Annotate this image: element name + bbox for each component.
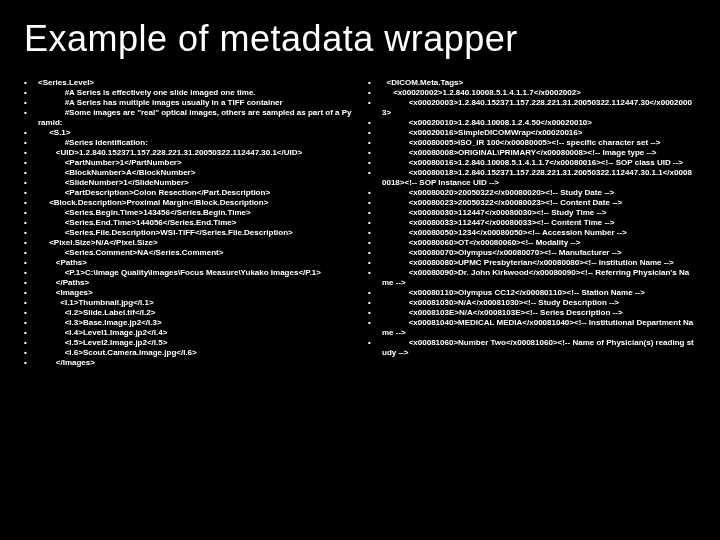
left-line: <I.4>Level1.Image.jp2</I.4> bbox=[38, 328, 352, 338]
left-row: • <Series.Begin.Time>143456</Series.Begi… bbox=[24, 208, 352, 218]
bullet-icon: • bbox=[24, 168, 38, 178]
bullet-icon: • bbox=[368, 148, 382, 158]
bullet-icon: • bbox=[368, 138, 382, 148]
bullet-icon: • bbox=[24, 128, 38, 138]
left-line: <BlockNumber>A</BlockNumber> bbox=[38, 168, 352, 178]
bullet-icon: • bbox=[24, 228, 38, 238]
bullet-icon: • bbox=[368, 158, 382, 168]
right-line: <x00080016>1.2.840.10008.5.1.4.1.1.7</x0… bbox=[382, 158, 696, 168]
bullet-icon: • bbox=[368, 258, 382, 268]
bullet-icon: • bbox=[368, 248, 382, 258]
bullet-icon: • bbox=[24, 198, 38, 208]
bullet-icon: • bbox=[368, 118, 382, 128]
right-row: • <x00080050>1234</x00080050><!-- Access… bbox=[368, 228, 696, 238]
left-row: • <PartDescription>Colon Resection</Part… bbox=[24, 188, 352, 198]
bullet-icon: • bbox=[24, 188, 38, 198]
right-line: <x00080050>1234</x00080050><!-- Accessio… bbox=[382, 228, 696, 238]
left-row: • <Block.Description>Proximal Margin</Bl… bbox=[24, 198, 352, 208]
left-row: • <I.4>Level1.Image.jp2</I.4> bbox=[24, 328, 352, 338]
right-row: • <x00081060>Number Two</x00081060><!-- … bbox=[368, 338, 696, 358]
left-row: • <Series.File.Description>WSI-TIFF</Ser… bbox=[24, 228, 352, 238]
left-line: #A Series is effectively one slide image… bbox=[38, 88, 352, 98]
bullet-icon: • bbox=[24, 138, 38, 148]
bullet-icon: • bbox=[24, 88, 38, 98]
bullet-icon: • bbox=[24, 248, 38, 258]
left-row: • <Paths> bbox=[24, 258, 352, 268]
right-row: • <x00081030>N/A</x00081030><!-- Study D… bbox=[368, 298, 696, 308]
right-row: • <x00080030>112447</x00080030><!-- Stud… bbox=[368, 208, 696, 218]
bullet-icon: • bbox=[24, 108, 38, 118]
right-row: • <x00080016>1.2.840.10008.5.1.4.1.1.7</… bbox=[368, 158, 696, 168]
bullet-icon: • bbox=[24, 308, 38, 318]
right-line: <x00020016>SimpleDICOMWrap</x00020016> bbox=[382, 128, 696, 138]
right-column: • <DICOM.Meta.Tags>• <x00020002>1.2.840.… bbox=[368, 78, 696, 368]
left-row: • <I.5>Level2.Image.jp2</I.5> bbox=[24, 338, 352, 348]
bullet-icon: • bbox=[24, 348, 38, 358]
right-row: • <DICOM.Meta.Tags> bbox=[368, 78, 696, 88]
bullet-icon: • bbox=[24, 78, 38, 88]
bullet-icon: • bbox=[24, 268, 38, 278]
right-row: • <x00020016>SimpleDICOMWrap</x00020016> bbox=[368, 128, 696, 138]
bullet-icon: • bbox=[24, 328, 38, 338]
right-row: • <x00020002>1.2.840.10008.5.1.4.1.1.7</… bbox=[368, 88, 696, 98]
right-row: • <x00080005>ISO_IR 100</x00080005><!-- … bbox=[368, 138, 696, 148]
left-line: <PartNumber>1</PartNumber> bbox=[38, 158, 352, 168]
left-line: <Series.Level> bbox=[38, 78, 352, 88]
left-row: • #A Series is effectively one slide ima… bbox=[24, 88, 352, 98]
bullet-icon: • bbox=[368, 98, 382, 108]
left-row: • <Series.Comment>NA</Series.Comment> bbox=[24, 248, 352, 258]
bullet-icon: • bbox=[24, 158, 38, 168]
left-row: • #Series Identification: bbox=[24, 138, 352, 148]
left-line: <Pixel.Size>N/A</Pixel.Size> bbox=[38, 238, 352, 248]
right-row: • <x00080060>OT</x00080060><!-- Modality… bbox=[368, 238, 696, 248]
right-line: <x00081030>N/A</x00081030><!-- Study Des… bbox=[382, 298, 696, 308]
left-line: <UID>1.2.840.152371.157.228.221.31.20050… bbox=[38, 148, 352, 158]
right-row: • <x00080020>20050322</x00080020><!-- St… bbox=[368, 188, 696, 198]
bullet-icon: • bbox=[24, 258, 38, 268]
left-line: <I.6>Scout.Camera.Image.jpg</I.6> bbox=[38, 348, 352, 358]
right-line: <x00080090>Dr. John Kirkwood</x00080090>… bbox=[382, 268, 696, 288]
left-line: <Series.Comment>NA</Series.Comment> bbox=[38, 248, 352, 258]
right-line: <x00080080>UPMC Presbyterian</x00080080>… bbox=[382, 258, 696, 268]
left-line: <Series.Begin.Time>143456</Series.Begin.… bbox=[38, 208, 352, 218]
right-line: <x00080030>112447</x00080030><!-- Study … bbox=[382, 208, 696, 218]
right-row: • <x00080023>20050322</x00080023><!-- Co… bbox=[368, 198, 696, 208]
left-row: • <Images> bbox=[24, 288, 352, 298]
left-row: • <BlockNumber>A</BlockNumber> bbox=[24, 168, 352, 178]
slide: Example of metadata wrapper •<Series.Lev… bbox=[0, 0, 720, 540]
left-row: • <S.1> bbox=[24, 128, 352, 138]
right-line: <DICOM.Meta.Tags> bbox=[382, 78, 696, 88]
right-line: <x00080008>ORIGINAL\PRIMARY</x00080008><… bbox=[382, 148, 696, 158]
left-line: <PartDescription>Colon Resection</Part.D… bbox=[38, 188, 352, 198]
bullet-icon: • bbox=[24, 218, 38, 228]
bullet-icon: • bbox=[368, 318, 382, 328]
bullet-icon: • bbox=[368, 288, 382, 298]
left-line: <Series.File.Description>WSI-TIFF</Serie… bbox=[38, 228, 352, 238]
right-line: <x00020010>1.2.840.10008.1.2.4.50</x0002… bbox=[382, 118, 696, 128]
right-row: • <x00080018>1.2.840.152371.157.228.221.… bbox=[368, 168, 696, 188]
bullet-icon: • bbox=[24, 358, 38, 368]
right-line: <x00080023>20050322</x00080023><!-- Cont… bbox=[382, 198, 696, 208]
bullet-icon: • bbox=[24, 338, 38, 348]
right-line: <x00080033>112447</x00080033><!-- Conten… bbox=[382, 218, 696, 228]
right-line: <x0008103E>N/A</x0008103E><!-- Series De… bbox=[382, 308, 696, 318]
left-row: • #Some images are "real" optical images… bbox=[24, 108, 352, 128]
left-line: <Paths> bbox=[38, 258, 352, 268]
bullet-icon: • bbox=[368, 268, 382, 278]
bullet-icon: • bbox=[368, 88, 382, 98]
bullet-icon: • bbox=[368, 238, 382, 248]
bullet-icon: • bbox=[24, 288, 38, 298]
right-line: <x00080070>Olympus</x00080070><!-- Manuf… bbox=[382, 248, 696, 258]
left-line: <S.1> bbox=[38, 128, 352, 138]
right-row: • <x00020003>1.2.840.152371.157.228.221.… bbox=[368, 98, 696, 118]
bullet-icon: • bbox=[24, 238, 38, 248]
bullet-icon: • bbox=[368, 338, 382, 348]
right-row: • <x00080008>ORIGINAL\PRIMARY</x00080008… bbox=[368, 148, 696, 158]
left-line: #Series Identification: bbox=[38, 138, 352, 148]
bullet-icon: • bbox=[368, 168, 382, 178]
bullet-icon: • bbox=[24, 318, 38, 328]
right-line: <x00020003>1.2.840.152371.157.228.221.31… bbox=[382, 98, 696, 118]
left-row: • <PartNumber>1</PartNumber> bbox=[24, 158, 352, 168]
left-row: • <Series.End.Time>144056</Series.End.Ti… bbox=[24, 218, 352, 228]
bullet-icon: • bbox=[24, 278, 38, 288]
